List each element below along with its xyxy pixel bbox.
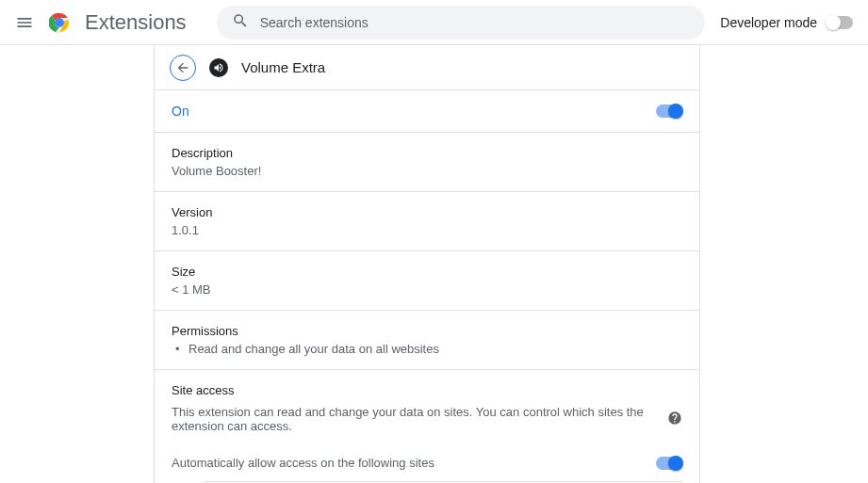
developer-mode-row: Developer mode	[720, 15, 853, 30]
site-access-description: This extension can read and change your …	[172, 405, 663, 433]
permissions-list: Read and change all your data on all web…	[172, 342, 682, 356]
search-input[interactable]	[260, 15, 691, 30]
help-icon[interactable]	[667, 411, 682, 428]
auto-allow-toggle[interactable]	[656, 457, 682, 470]
version-heading: Version	[172, 205, 682, 219]
state-label: On	[172, 104, 189, 119]
menu-icon[interactable]	[15, 13, 34, 32]
main-scroll-area: Volume Extra On Description Volume Boost…	[0, 45, 868, 483]
site-access-section: Site access This extension can read and …	[155, 370, 699, 483]
permissions-heading: Permissions	[172, 324, 682, 338]
permissions-section: Permissions Read and change all your dat…	[155, 311, 699, 370]
topbar: Extensions Developer mode	[0, 0, 868, 45]
developer-mode-toggle[interactable]	[827, 16, 853, 29]
search-icon	[232, 12, 249, 33]
site-access-description-row: This extension can read and change your …	[172, 405, 682, 433]
description-heading: Description	[172, 146, 682, 160]
description-section: Description Volume Booster!	[155, 133, 699, 192]
size-heading: Size	[172, 265, 682, 279]
size-section: Size < 1 MB	[155, 251, 699, 311]
enable-toggle[interactable]	[656, 105, 682, 118]
svg-point-2	[56, 19, 63, 26]
page-title: Extensions	[85, 10, 187, 35]
description-value: Volume Booster!	[172, 164, 682, 178]
version-section: Version 1.0.1	[155, 192, 699, 251]
back-button[interactable]	[170, 55, 196, 81]
search-box[interactable]	[217, 6, 706, 40]
panel-header: Volume Extra	[155, 45, 699, 90]
developer-mode-label: Developer mode	[720, 15, 817, 30]
version-value: 1.0.1	[172, 223, 682, 237]
auto-allow-label: Automatically allow access on the follow…	[172, 456, 434, 470]
volume-icon	[209, 58, 228, 77]
auto-allow-row: Automatically allow access on the follow…	[172, 444, 682, 481]
extension-panel: Volume Extra On Description Volume Boost…	[154, 45, 700, 483]
size-value: < 1 MB	[172, 282, 682, 297]
permission-item: Read and change all your data on all web…	[172, 342, 682, 356]
enable-row: On	[155, 90, 699, 133]
extension-name: Volume Extra	[241, 59, 325, 75]
chrome-logo-icon	[49, 12, 70, 33]
site-access-heading: Site access	[172, 383, 682, 397]
